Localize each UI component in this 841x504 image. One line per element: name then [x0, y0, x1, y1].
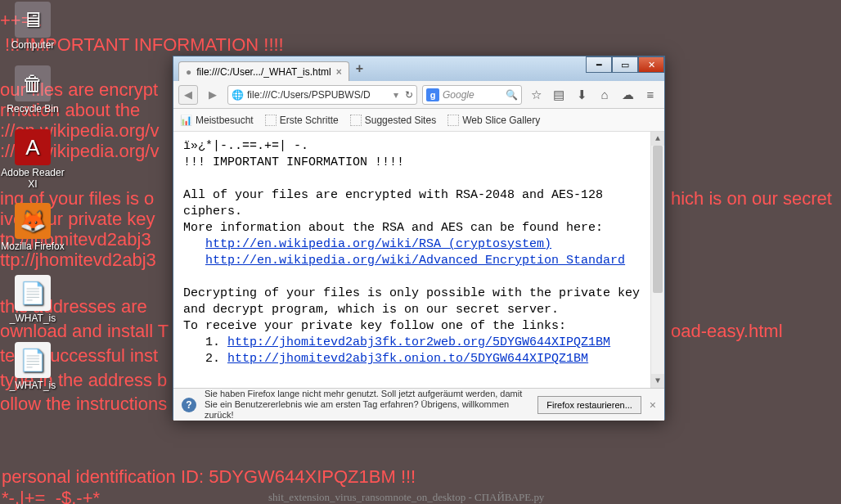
desktop-icon-adobe-reader[interactable]: A Adobe Reader XI: [0, 129, 65, 190]
scroll-down-icon[interactable]: ▼: [651, 374, 664, 388]
desktop-icon-recycle-bin[interactable]: 🗑 Recycle Bin: [0, 65, 65, 115]
back-button[interactable]: ◀: [178, 85, 198, 105]
chat-button[interactable]: ☁: [618, 86, 636, 104]
firefox-icon: 🦊: [15, 203, 51, 239]
bookmark-erste-schritte[interactable]: Erste Schritte: [265, 115, 339, 126]
titlebar[interactable]: ● file:///C:/User.../_WHAT_is.html × + ━…: [173, 56, 664, 81]
forward-button[interactable]: ▶: [203, 85, 223, 105]
bookmark-meistbesucht[interactable]: 📊Meistbesucht: [180, 115, 254, 126]
google-icon: g: [426, 88, 439, 101]
watermark-text: shit_extension_virus_ransomnote_on_deskt…: [268, 491, 544, 504]
bookmark-star-button[interactable]: ☆: [527, 86, 545, 104]
infobar-message: Sie haben Firefox lange nicht mehr genut…: [205, 389, 529, 421]
desktop-icon-whatis-1[interactable]: 📄 _WHAT_is: [0, 275, 65, 324]
tab-title: file:///C:/User.../_WHAT_is.html: [196, 66, 331, 78]
scroll-up-icon[interactable]: ▲: [651, 132, 664, 146]
maximize-button[interactable]: ▭: [612, 56, 638, 73]
window-close-button[interactable]: ✕: [638, 56, 664, 73]
nav-toolbar: ◀ ▶ 🌐 file:///C:/Users/PSPUBWS/D ▾ ↻ g G…: [173, 81, 664, 109]
home-button[interactable]: ⌂: [596, 86, 614, 104]
page-content: ï»¿*|-..==.+=| -. !!! IMPORTANT INFORMAT…: [173, 132, 664, 388]
new-tab-button[interactable]: +: [356, 61, 363, 76]
page-icon: ●: [186, 66, 191, 78]
browser-window: ● file:///C:/User.../_WHAT_is.html × + ━…: [173, 56, 665, 420]
chart-icon: 📊: [180, 115, 192, 126]
link-aes-wiki[interactable]: http://en.wikipedia.org/wiki/Advanced_En…: [205, 254, 625, 268]
bookmark-icon: [265, 115, 277, 126]
menu-button[interactable]: ≡: [641, 86, 659, 104]
url-bar[interactable]: 🌐 file:///C:/Users/PSPUBWS/D ▾ ↻: [227, 85, 417, 105]
firefox-infobar: ? Sie haben Firefox lange nicht mehr gen…: [173, 388, 664, 421]
reload-button[interactable]: ↻: [405, 89, 413, 101]
link-rsa-wiki[interactable]: http://en.wikipedia.org/wiki/RSA_(crypto…: [205, 237, 551, 251]
downloads-button[interactable]: ⬇: [573, 86, 591, 104]
url-dropdown-icon[interactable]: ▾: [394, 89, 398, 101]
bookmark-icon: [350, 115, 362, 126]
search-bar[interactable]: g Google 🔍: [422, 85, 522, 105]
library-button[interactable]: ▤: [550, 86, 568, 104]
firefox-restore-button[interactable]: Firefox restaurieren...: [537, 396, 641, 414]
globe-icon: 🌐: [232, 89, 244, 101]
desktop-icon-whatis-2[interactable]: 📄 _WHAT_is: [0, 342, 65, 391]
bookmark-web-slice[interactable]: Web Slice Gallery: [447, 115, 540, 126]
minimize-button[interactable]: ━: [586, 56, 612, 73]
content-scrollbar[interactable]: ▲ ▼: [650, 132, 664, 388]
desktop-icon-firefox[interactable]: 🦊 Mozilla Firefox: [0, 203, 65, 252]
link-onion[interactable]: http://jhomitevd2abj3fk.onion.to/5DYGW64…: [227, 352, 588, 366]
adobe-reader-icon: A: [15, 129, 51, 165]
bookmarks-bar: 📊Meistbesucht Erste Schritte Suggested S…: [173, 109, 664, 132]
search-placeholder: Google: [443, 89, 474, 101]
bookmark-suggested-sites[interactable]: Suggested Sites: [350, 115, 436, 126]
tab-close-button[interactable]: ×: [336, 66, 342, 78]
desktop-icon-computer[interactable]: 🖥 Computer: [0, 2, 65, 51]
computer-icon: 🖥: [15, 2, 51, 38]
file-icon: 📄: [15, 342, 51, 378]
url-text: file:///C:/Users/PSPUBWS/D: [247, 89, 371, 101]
file-icon: 📄: [15, 275, 51, 311]
link-tor2web[interactable]: http://jhomitevd2abj3fk.tor2web.org/5DYG…: [227, 335, 610, 349]
infobar-close-button[interactable]: ×: [650, 398, 656, 412]
browser-tab[interactable]: ● file:///C:/User.../_WHAT_is.html ×: [178, 61, 349, 81]
scroll-thumb[interactable]: [653, 146, 663, 293]
recycle-bin-icon: 🗑: [15, 65, 51, 101]
search-icon[interactable]: 🔍: [506, 89, 518, 101]
info-icon: ?: [182, 398, 196, 412]
bookmark-icon: [447, 115, 459, 126]
